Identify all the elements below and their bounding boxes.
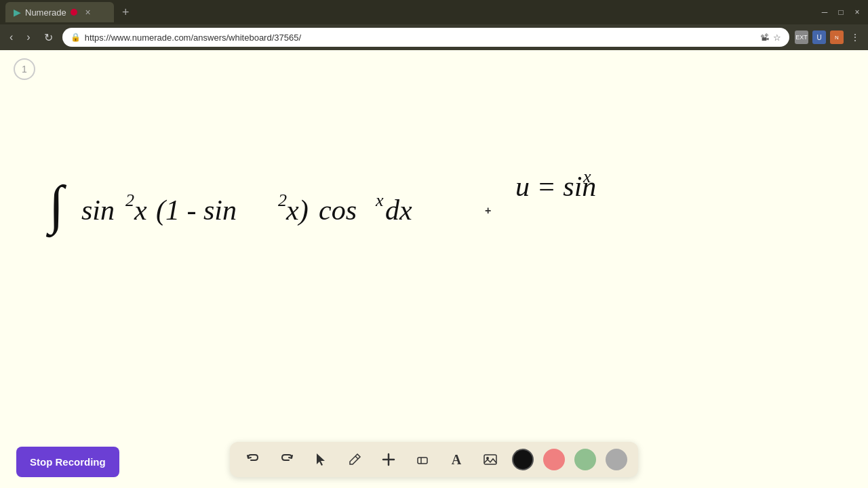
add-shape-button[interactable] xyxy=(376,447,401,472)
svg-text:x: x xyxy=(134,195,147,226)
color-pink[interactable] xyxy=(543,449,565,470)
navigation-bar: ‹ › ↻ 🔒 https://www.numerade.com/answers… xyxy=(0,24,868,50)
color-black[interactable] xyxy=(512,449,534,470)
forward-button[interactable]: › xyxy=(22,30,34,45)
drawing-toolbar: A xyxy=(230,442,638,477)
text-tool-button[interactable]: A xyxy=(444,447,469,472)
more-menu-button[interactable]: ⋮ xyxy=(848,30,863,44)
svg-text:∫: ∫ xyxy=(45,175,67,238)
tab-title: Numerade xyxy=(25,7,66,18)
address-icons: 📽 ☆ xyxy=(760,33,781,43)
svg-text:cos: cos xyxy=(319,195,357,226)
browser-tab[interactable]: ▶ Numerade × xyxy=(5,2,114,22)
title-bar: ▶ Numerade × + ─ □ × xyxy=(0,0,868,24)
redo-button[interactable] xyxy=(275,447,299,472)
maximize-button[interactable]: □ xyxy=(835,7,846,18)
browser-icon[interactable]: N xyxy=(830,30,844,44)
eraser-tool-button[interactable] xyxy=(410,447,435,472)
image-insert-button[interactable] xyxy=(478,447,502,472)
bookmark-icon[interactable]: ☆ xyxy=(773,33,781,43)
user-icon[interactable]: U xyxy=(812,30,826,44)
lock-icon: 🔒 xyxy=(71,33,81,42)
recording-dot xyxy=(71,9,77,16)
whiteboard-svg: ∫ sin 2 x (1 - sin 2 x) cos x dx u = sin… xyxy=(0,50,868,488)
extensions-icon[interactable]: EXT xyxy=(795,30,808,44)
svg-line-12 xyxy=(355,456,358,459)
svg-rect-15 xyxy=(418,458,427,464)
select-tool-button[interactable] xyxy=(309,447,333,472)
new-tab-button[interactable]: + xyxy=(122,5,130,20)
undo-button[interactable] xyxy=(241,447,265,472)
svg-text:x: x xyxy=(375,190,384,210)
window-controls: ─ □ × xyxy=(819,7,863,18)
refresh-button[interactable]: ↻ xyxy=(40,30,57,45)
color-green[interactable] xyxy=(574,449,596,470)
svg-text:x: x xyxy=(583,167,591,186)
close-button[interactable]: × xyxy=(852,7,863,18)
pencil-tool-button[interactable] xyxy=(342,447,367,472)
svg-text:sin: sin xyxy=(81,195,115,226)
minimize-button[interactable]: ─ xyxy=(819,7,830,18)
svg-text:dx: dx xyxy=(385,195,412,226)
svg-text:(1 - sin: (1 - sin xyxy=(156,195,237,226)
tab-close-button[interactable]: × xyxy=(83,7,94,18)
svg-text:2: 2 xyxy=(125,190,134,210)
svg-text:x): x) xyxy=(285,195,309,226)
back-button[interactable]: ‹ xyxy=(5,30,17,45)
url-text: https://www.numerade.com/answers/whitebo… xyxy=(85,33,756,43)
screencast-icon[interactable]: 📽 xyxy=(760,33,769,43)
color-gray[interactable] xyxy=(606,449,627,470)
nav-right-buttons: EXT U N ⋮ xyxy=(795,30,863,44)
whiteboard-canvas[interactable]: 1 ∫ sin 2 x (1 - sin 2 x) cos x dx u = s… xyxy=(0,50,868,488)
stop-recording-button[interactable]: Stop Recording xyxy=(16,447,119,477)
address-bar[interactable]: 🔒 https://www.numerade.com/answers/white… xyxy=(62,28,789,47)
tab-favicon: ▶ xyxy=(14,7,21,18)
